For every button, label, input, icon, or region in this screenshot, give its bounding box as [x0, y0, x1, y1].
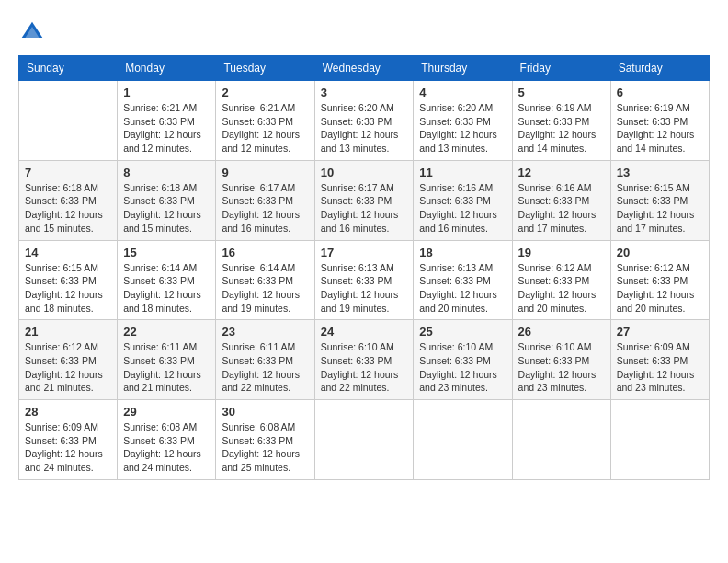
day-header-saturday: Saturday	[610, 56, 709, 81]
day-info: Sunrise: 6:14 AM Sunset: 6:33 PM Dayligh…	[123, 261, 210, 316]
day-info: Sunrise: 6:10 AM Sunset: 6:33 PM Dayligh…	[419, 340, 506, 395]
day-number: 2	[222, 86, 308, 99]
day-number: 6	[617, 86, 703, 99]
day-info: Sunrise: 6:20 AM Sunset: 6:33 PM Dayligh…	[419, 101, 506, 155]
day-header-thursday: Thursday	[414, 56, 512, 81]
day-info: Sunrise: 6:17 AM Sunset: 6:33 PM Dayligh…	[321, 181, 408, 236]
day-info: Sunrise: 6:15 AM Sunset: 6:33 PM Dayligh…	[617, 181, 703, 236]
day-info: Sunrise: 6:10 AM Sunset: 6:33 PM Dayligh…	[518, 340, 605, 395]
calendar-cell: 24Sunrise: 6:10 AM Sunset: 6:33 PM Dayli…	[314, 320, 414, 400]
calendar-week-row: 1Sunrise: 6:21 AM Sunset: 6:33 PM Daylig…	[19, 81, 710, 161]
calendar-week-row: 14Sunrise: 6:15 AM Sunset: 6:33 PM Dayli…	[19, 240, 710, 320]
day-info: Sunrise: 6:12 AM Sunset: 6:33 PM Dayligh…	[25, 340, 111, 395]
day-info: Sunrise: 6:16 AM Sunset: 6:33 PM Dayligh…	[419, 181, 506, 236]
calendar-cell: 5Sunrise: 6:19 AM Sunset: 6:33 PM Daylig…	[512, 81, 610, 161]
day-info: Sunrise: 6:11 AM Sunset: 6:33 PM Dayligh…	[123, 340, 210, 395]
day-info: Sunrise: 6:12 AM Sunset: 6:33 PM Dayligh…	[617, 261, 703, 316]
calendar-cell	[610, 400, 709, 480]
day-info: Sunrise: 6:15 AM Sunset: 6:33 PM Dayligh…	[25, 261, 111, 316]
calendar-cell: 1Sunrise: 6:21 AM Sunset: 6:33 PM Daylig…	[118, 81, 216, 161]
calendar-cell: 10Sunrise: 6:17 AM Sunset: 6:33 PM Dayli…	[314, 160, 414, 240]
day-number: 24	[321, 325, 408, 339]
day-number: 8	[123, 166, 210, 179]
page-header	[18, 18, 710, 46]
day-number: 10	[321, 166, 408, 179]
calendar-cell: 19Sunrise: 6:12 AM Sunset: 6:33 PM Dayli…	[512, 240, 610, 320]
day-info: Sunrise: 6:11 AM Sunset: 6:33 PM Dayligh…	[222, 340, 308, 395]
calendar-cell: 13Sunrise: 6:15 AM Sunset: 6:33 PM Dayli…	[610, 160, 709, 240]
day-header-friday: Friday	[512, 56, 610, 81]
calendar-cell: 2Sunrise: 6:21 AM Sunset: 6:33 PM Daylig…	[216, 81, 314, 161]
day-info: Sunrise: 6:13 AM Sunset: 6:33 PM Dayligh…	[419, 261, 506, 316]
day-info: Sunrise: 6:09 AM Sunset: 6:33 PM Dayligh…	[617, 340, 703, 395]
calendar-cell: 23Sunrise: 6:11 AM Sunset: 6:33 PM Dayli…	[216, 320, 314, 400]
day-number: 7	[25, 166, 111, 179]
day-number: 20	[617, 246, 703, 259]
calendar-week-row: 28Sunrise: 6:09 AM Sunset: 6:33 PM Dayli…	[19, 400, 710, 480]
calendar-cell	[414, 400, 512, 480]
day-info: Sunrise: 6:09 AM Sunset: 6:33 PM Dayligh…	[25, 420, 111, 475]
day-info: Sunrise: 6:20 AM Sunset: 6:33 PM Dayligh…	[321, 101, 408, 155]
day-number: 1	[123, 86, 210, 99]
day-number: 30	[222, 405, 308, 419]
day-number: 13	[617, 166, 703, 179]
day-number: 4	[419, 86, 506, 99]
day-info: Sunrise: 6:16 AM Sunset: 6:33 PM Dayligh…	[518, 181, 605, 236]
day-info: Sunrise: 6:21 AM Sunset: 6:33 PM Dayligh…	[222, 101, 308, 155]
calendar-cell: 29Sunrise: 6:08 AM Sunset: 6:33 PM Dayli…	[118, 400, 216, 480]
day-number: 14	[25, 246, 111, 259]
calendar-cell: 21Sunrise: 6:12 AM Sunset: 6:33 PM Dayli…	[19, 320, 118, 400]
calendar-cell: 7Sunrise: 6:18 AM Sunset: 6:33 PM Daylig…	[19, 160, 118, 240]
calendar-cell: 9Sunrise: 6:17 AM Sunset: 6:33 PM Daylig…	[216, 160, 314, 240]
calendar-cell: 8Sunrise: 6:18 AM Sunset: 6:33 PM Daylig…	[118, 160, 216, 240]
day-info: Sunrise: 6:08 AM Sunset: 6:33 PM Dayligh…	[222, 420, 308, 475]
day-info: Sunrise: 6:21 AM Sunset: 6:33 PM Dayligh…	[123, 101, 210, 155]
calendar-cell: 12Sunrise: 6:16 AM Sunset: 6:33 PM Dayli…	[512, 160, 610, 240]
calendar-cell	[19, 81, 118, 161]
day-header-sunday: Sunday	[19, 56, 118, 81]
day-info: Sunrise: 6:19 AM Sunset: 6:33 PM Dayligh…	[518, 101, 605, 155]
calendar-cell	[512, 400, 610, 480]
day-number: 12	[518, 166, 605, 179]
calendar-cell: 3Sunrise: 6:20 AM Sunset: 6:33 PM Daylig…	[314, 81, 414, 161]
day-info: Sunrise: 6:18 AM Sunset: 6:33 PM Dayligh…	[25, 181, 111, 236]
day-number: 17	[321, 246, 408, 259]
day-number: 23	[222, 325, 308, 339]
calendar-cell: 20Sunrise: 6:12 AM Sunset: 6:33 PM Dayli…	[610, 240, 709, 320]
day-number: 21	[25, 325, 111, 339]
day-info: Sunrise: 6:18 AM Sunset: 6:33 PM Dayligh…	[123, 181, 210, 236]
calendar-cell: 25Sunrise: 6:10 AM Sunset: 6:33 PM Dayli…	[414, 320, 512, 400]
day-number: 26	[518, 325, 605, 339]
day-number: 18	[419, 246, 506, 259]
day-number: 28	[25, 405, 111, 419]
day-number: 5	[518, 86, 605, 99]
day-number: 29	[123, 405, 210, 419]
day-header-monday: Monday	[118, 56, 216, 81]
calendar-cell: 6Sunrise: 6:19 AM Sunset: 6:33 PM Daylig…	[610, 81, 709, 161]
day-number: 22	[123, 325, 210, 339]
calendar-cell: 27Sunrise: 6:09 AM Sunset: 6:33 PM Dayli…	[610, 320, 709, 400]
day-info: Sunrise: 6:08 AM Sunset: 6:33 PM Dayligh…	[123, 420, 210, 475]
calendar-cell: 28Sunrise: 6:09 AM Sunset: 6:33 PM Dayli…	[19, 400, 118, 480]
day-info: Sunrise: 6:14 AM Sunset: 6:33 PM Dayligh…	[222, 261, 308, 316]
calendar-cell: 18Sunrise: 6:13 AM Sunset: 6:33 PM Dayli…	[414, 240, 512, 320]
calendar-cell: 22Sunrise: 6:11 AM Sunset: 6:33 PM Dayli…	[118, 320, 216, 400]
day-header-tuesday: Tuesday	[216, 56, 314, 81]
day-header-wednesday: Wednesday	[314, 56, 414, 81]
calendar-table: SundayMondayTuesdayWednesdayThursdayFrid…	[18, 55, 710, 480]
calendar-cell	[314, 400, 414, 480]
day-number: 19	[518, 246, 605, 259]
calendar-cell: 15Sunrise: 6:14 AM Sunset: 6:33 PM Dayli…	[118, 240, 216, 320]
calendar-cell: 17Sunrise: 6:13 AM Sunset: 6:33 PM Dayli…	[314, 240, 414, 320]
day-info: Sunrise: 6:12 AM Sunset: 6:33 PM Dayligh…	[518, 261, 605, 316]
calendar-cell: 4Sunrise: 6:20 AM Sunset: 6:33 PM Daylig…	[414, 81, 512, 161]
logo	[18, 18, 50, 46]
logo-icon	[18, 18, 46, 46]
day-number: 9	[222, 166, 308, 179]
calendar-header-row: SundayMondayTuesdayWednesdayThursdayFrid…	[19, 56, 710, 81]
day-number: 27	[617, 325, 703, 339]
day-number: 11	[419, 166, 506, 179]
calendar-week-row: 21Sunrise: 6:12 AM Sunset: 6:33 PM Dayli…	[19, 320, 710, 400]
calendar-cell: 16Sunrise: 6:14 AM Sunset: 6:33 PM Dayli…	[216, 240, 314, 320]
day-info: Sunrise: 6:19 AM Sunset: 6:33 PM Dayligh…	[617, 101, 703, 155]
